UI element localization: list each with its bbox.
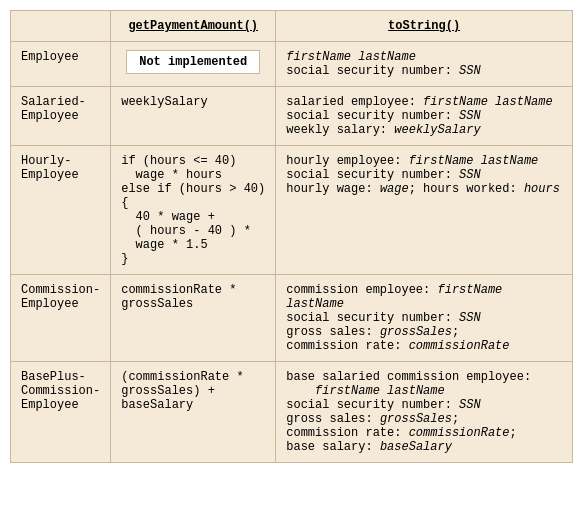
row-payment: weeklySalary [111,87,276,146]
text-line: firstName lastName social security numbe… [286,50,480,78]
row-label: Salaried-Employee [11,87,111,146]
row-payment: commissionRate *grossSales [111,275,276,362]
row-label: Hourly-Employee [11,146,111,275]
not-implemented-badge: Not implemented [126,50,260,74]
row-tostring: base salaried commission employee: first… [276,362,573,463]
table-row: Hourly-Employee if (hours <= 40) wage * … [11,146,573,275]
header-col1 [11,11,111,42]
row-tostring: commission employee: firstName lastName … [276,275,573,362]
header-col2: getPaymentAmount() [111,11,276,42]
row-payment: Not implemented [111,42,276,87]
row-tostring: salaried employee: firstName lastName so… [276,87,573,146]
table-row: Commission-Employee commissionRate *gros… [11,275,573,362]
row-label: Employee [11,42,111,87]
main-table: getPaymentAmount() toString() Employee N… [10,10,573,463]
row-label: Commission-Employee [11,275,111,362]
row-tostring: hourly employee: firstName lastName soci… [276,146,573,275]
row-tostring: firstName lastName social security numbe… [276,42,573,87]
row-payment: (commissionRate *grossSales) +baseSalary [111,362,276,463]
table-row: Salaried-Employee weeklySalary salaried … [11,87,573,146]
table-row: Employee Not implemented firstName lastN… [11,42,573,87]
row-label: BasePlus-Commission-Employee [11,362,111,463]
header-col3: toString() [276,11,573,42]
table-row: BasePlus-Commission-Employee (commission… [11,362,573,463]
row-payment: if (hours <= 40) wage * hours else if (h… [111,146,276,275]
